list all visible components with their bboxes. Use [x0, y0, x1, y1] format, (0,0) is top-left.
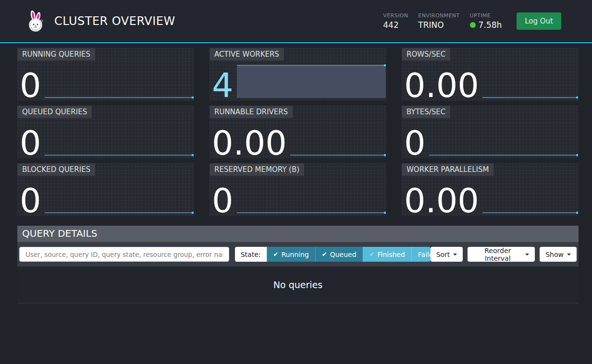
sparkline-chart — [482, 163, 578, 214]
environment-value: TRINO — [418, 20, 459, 30]
version-metric: VERSION 442 — [383, 12, 408, 30]
stat-value: 0 — [20, 187, 41, 214]
environment-metric: ENVIRONMENT TRINO — [418, 12, 459, 30]
caret-down-icon — [453, 254, 457, 257]
environment-label: ENVIRONMENT — [418, 12, 459, 19]
stat-label: BYTES/SEC — [402, 106, 450, 118]
sparkline-dot-icon — [192, 154, 194, 156]
uptime-hours: 7.58h — [479, 20, 502, 30]
state-filter-running-label: Running — [281, 251, 308, 258]
stat-card-worker-parallelism: WORKER PARALLELISM 0.00 — [402, 163, 579, 216]
sparkline-dot-icon — [384, 64, 386, 66]
reorder-interval-label: Reorder Interval — [473, 247, 522, 262]
state-filter-queued-label: Queued — [330, 251, 357, 258]
stat-card-reserved-memory: RESERVED MEMORY (B) 0 — [210, 163, 386, 216]
stat-card-queued-queries: QUEUED QUERIES 0 — [17, 106, 194, 158]
empty-message: No queries — [273, 279, 322, 290]
stat-label: BLOCKED QUERIES — [17, 163, 95, 176]
logout-button[interactable]: Log Out — [517, 12, 561, 30]
sparkline-dot-icon — [192, 97, 194, 98]
stat-value: 0.00 — [404, 187, 479, 214]
state-filter-finished[interactable]: ✔ Finished — [363, 247, 411, 262]
stat-card-bytes-sec: BYTES/SEC 0 — [402, 106, 579, 158]
sparkline-dot-icon — [384, 154, 386, 156]
state-filter-finished-label: Finished — [377, 251, 405, 258]
sparkline-chart — [290, 106, 386, 157]
query-filter-toolbar: State: ✔ Running ✔ Queued ✔ Finished Fai… — [17, 242, 579, 267]
query-list-empty-state: No queries — [17, 267, 579, 303]
sparkline-dot-icon — [576, 97, 578, 98]
trino-bunny-logo-icon — [26, 10, 46, 33]
state-filter-label: State: — [235, 247, 267, 262]
stat-value: 4 — [212, 72, 234, 99]
show-label: Show — [545, 251, 564, 258]
stat-value: 0 — [212, 187, 234, 214]
show-dropdown-button[interactable]: Show — [540, 247, 577, 262]
stat-value: 0.00 — [404, 72, 479, 99]
sparkline-dot-icon — [576, 212, 578, 214]
caret-down-icon — [567, 254, 571, 257]
sort-label: Sort — [436, 251, 450, 258]
version-value: 442 — [383, 20, 408, 30]
status-dot-icon — [470, 22, 476, 28]
stat-label: ROWS/SEC — [402, 48, 450, 61]
page-title: CLUSTER OVERVIEW — [54, 14, 175, 28]
state-filter-failed-dropdown[interactable]: Failed — [411, 247, 431, 262]
sparkline-dot-icon — [192, 212, 194, 214]
stat-value: 0 — [20, 72, 41, 99]
stat-label: RUNNING QUERIES — [17, 48, 95, 61]
state-filter-queued[interactable]: ✔ Queued — [315, 247, 363, 262]
sparkline-dot-icon — [384, 212, 386, 214]
state-filter-running[interactable]: ✔ Running — [267, 247, 315, 262]
check-icon: ✔ — [370, 251, 375, 258]
query-details-panel: QUERY DETAILS State: ✔ Running ✔ Queued … — [17, 226, 579, 303]
stat-card-blocked-queries: BLOCKED QUERIES 0 — [17, 163, 194, 216]
uptime-label: UPTIME — [470, 12, 502, 19]
stat-card-rows-sec: ROWS/SEC 0.00 — [402, 48, 579, 101]
caret-down-icon — [525, 254, 529, 257]
query-search-input[interactable] — [19, 247, 229, 262]
stat-card-active-workers: ACTIVE WORKERS 4 — [210, 48, 386, 101]
cluster-stats-grid: RUNNING QUERIES 0 ACTIVE WORKERS 4 ROWS/… — [17, 48, 579, 216]
app-header: CLUSTER OVERVIEW VERSION 442 ENVIRONMENT… — [0, 0, 592, 43]
header-status-group: VERSION 442 ENVIRONMENT TRINO UPTIME 7.5… — [383, 12, 561, 30]
query-details-title: QUERY DETAILS — [17, 226, 579, 242]
stat-card-runnable-drivers: RUNNABLE DRIVERS 0.00 — [210, 106, 386, 158]
stat-label: RESERVED MEMORY (B) — [210, 163, 304, 176]
uptime-metric: UPTIME 7.58h — [470, 12, 502, 30]
stat-label: WORKER PARALLELISM — [402, 163, 493, 176]
stat-value: 0 — [404, 130, 426, 157]
sort-dropdown-button[interactable]: Sort — [431, 247, 463, 262]
state-filter-failed-label: Failed — [418, 251, 431, 258]
check-icon: ✔ — [322, 251, 327, 258]
stat-value: 0.00 — [212, 130, 287, 157]
uptime-value: 7.58h — [470, 20, 502, 30]
stat-label: QUEUED QUERIES — [17, 106, 92, 118]
stat-card-running-queries: RUNNING QUERIES 0 — [17, 48, 194, 101]
version-label: VERSION — [383, 12, 408, 19]
reorder-interval-dropdown-button[interactable]: Reorder Interval — [468, 247, 535, 262]
stat-label: ACTIVE WORKERS — [210, 48, 284, 61]
sparkline-chart — [482, 48, 578, 99]
check-icon: ✔ — [273, 251, 279, 258]
state-filter-group: State: ✔ Running ✔ Queued ✔ Finished Fai… — [235, 247, 431, 262]
stat-value: 0 — [20, 130, 41, 157]
sparkline-dot-icon — [576, 154, 578, 156]
sparkline-chart — [429, 106, 578, 157]
stat-label: RUNNABLE DRIVERS — [210, 106, 293, 118]
